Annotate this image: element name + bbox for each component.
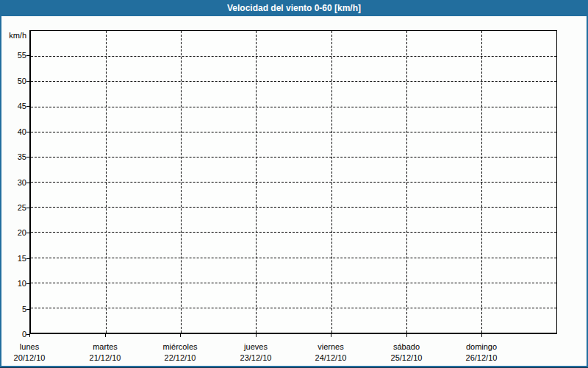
x-axis-day-name: martes — [68, 342, 143, 353]
x-axis-date: 21/12/10 — [68, 353, 143, 364]
x-tick-mark-domingo — [481, 334, 482, 337]
y-tick-label-10: 10 — [3, 278, 26, 289]
wind-speed-chart-window: Velocidad del viento 0-60 [km/h] km/h 05… — [0, 0, 588, 368]
vertical-gridline-martes — [106, 31, 107, 333]
y-tick-mark-50 — [26, 81, 29, 82]
y-tick-mark-25 — [26, 208, 29, 208]
x-axis-date: 23/12/10 — [218, 353, 293, 364]
horizontal-gridline-40 — [31, 132, 556, 132]
x-axis-label-jueves: jueves23/12/10 — [218, 342, 293, 364]
y-tick-label-5: 5 — [3, 304, 26, 314]
y-tick-label-25: 25 — [3, 202, 26, 213]
y-tick-mark-40 — [26, 132, 29, 132]
horizontal-gridline-5 — [31, 308, 556, 308]
x-axis-label-miércoles: miércoles22/12/10 — [143, 342, 218, 364]
y-tick-label-0: 0 — [3, 329, 26, 339]
y-tick-label-20: 20 — [3, 227, 26, 238]
x-axis-date: 26/12/10 — [444, 353, 519, 364]
horizontal-gridline-20 — [31, 232, 556, 233]
x-axis-date: 24/12/10 — [293, 353, 368, 364]
x-tick-mark-martes — [105, 334, 106, 337]
x-tick-mark-viernes — [331, 334, 331, 337]
y-tick-mark-55 — [26, 55, 29, 56]
x-axis-label-viernes: viernes24/12/10 — [293, 342, 368, 364]
x-axis-day-name: viernes — [293, 342, 368, 353]
vertical-gridline-jueves — [256, 31, 257, 333]
y-tick-label-55: 55 — [3, 50, 26, 60]
x-axis-day-name: domingo — [444, 342, 519, 353]
x-axis-day-name: sábado — [369, 342, 444, 353]
horizontal-gridline-50 — [31, 81, 556, 82]
x-axis-date: 25/12/10 — [369, 353, 444, 364]
y-tick-label-40: 40 — [3, 127, 26, 137]
x-axis-day-name: lunes — [0, 342, 67, 353]
vertical-gridline-miércoles — [181, 31, 182, 333]
x-tick-mark-sábado — [406, 334, 407, 337]
x-axis-label-domingo: domingo26/12/10 — [444, 342, 519, 364]
x-tick-mark-jueves — [256, 334, 257, 337]
vertical-gridline-viernes — [331, 31, 332, 333]
x-axis-day-name: miércoles — [143, 342, 218, 353]
horizontal-gridline-55 — [31, 56, 556, 57]
x-axis-date: 22/12/10 — [143, 353, 218, 364]
plot-area — [29, 30, 557, 334]
y-tick-mark-15 — [26, 258, 29, 259]
y-axis-unit-label: km/h — [1, 30, 26, 40]
y-tick-mark-30 — [26, 183, 29, 183]
y-tick-label-45: 45 — [3, 101, 26, 111]
chart-title-bar: Velocidad del viento 0-60 [km/h] — [0, 0, 588, 16]
x-tick-mark-lunes — [29, 334, 30, 337]
horizontal-gridline-25 — [31, 207, 556, 208]
chart-title: Velocidad del viento 0-60 [km/h] — [227, 3, 361, 13]
horizontal-gridline-45 — [31, 107, 556, 107]
vertical-gridline-domingo — [481, 31, 482, 333]
y-tick-label-30: 30 — [3, 177, 26, 188]
y-tick-mark-10 — [26, 283, 29, 284]
y-tick-mark-35 — [26, 157, 29, 158]
horizontal-gridline-15 — [31, 258, 556, 258]
horizontal-gridline-30 — [31, 182, 556, 183]
x-axis-date: 20/12/10 — [0, 353, 67, 364]
y-tick-mark-45 — [26, 106, 29, 107]
y-tick-label-35: 35 — [3, 152, 26, 162]
horizontal-gridline-35 — [31, 157, 556, 158]
x-axis-day-name: jueves — [218, 342, 293, 353]
horizontal-gridline-10 — [31, 283, 556, 283]
y-tick-mark-20 — [26, 233, 29, 233]
vertical-gridline-sábado — [406, 31, 407, 333]
y-tick-label-15: 15 — [3, 253, 26, 263]
x-axis-label-martes: martes21/12/10 — [68, 342, 143, 364]
y-tick-label-50: 50 — [3, 76, 26, 86]
x-axis-label-lunes: lunes20/12/10 — [0, 342, 67, 364]
x-tick-mark-miércoles — [180, 334, 181, 337]
y-tick-mark-5 — [26, 309, 29, 310]
x-axis-label-sábado: sábado25/12/10 — [369, 342, 444, 364]
